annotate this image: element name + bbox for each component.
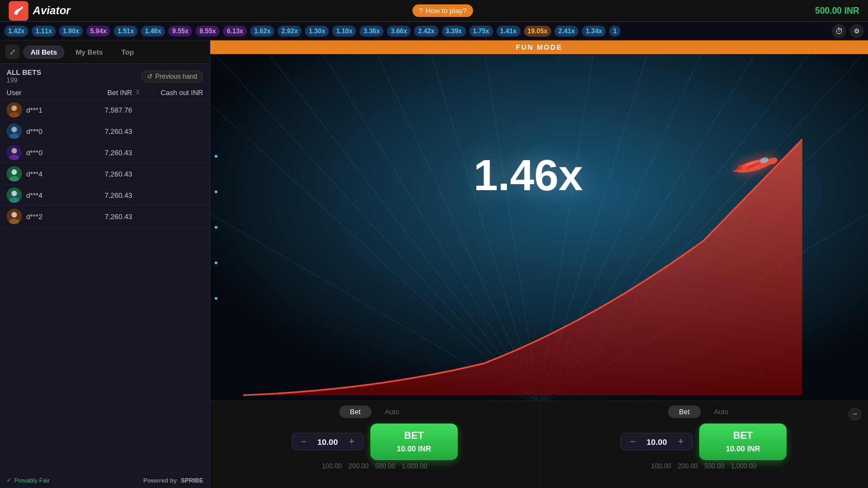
all-bets-header: ALL BETS 199 ↺ Previous hand — [0, 64, 210, 86]
quick-amt-500-1[interactable]: 500.00 — [375, 462, 395, 470]
svg-point-4 — [9, 133, 19, 139]
brand-label: SPRIBE — [181, 477, 203, 484]
sunrays-background — [210, 54, 868, 401]
prev-hand-label: Previous hand — [155, 73, 197, 80]
side-dot — [215, 297, 217, 300]
mult-badge[interactable]: 1.62x — [250, 26, 274, 37]
tab-top[interactable]: Top — [114, 45, 141, 59]
bottom-panel: Bet Auto − 10.00 + BET 10.00 INR 100.00 — [210, 401, 868, 488]
bet-tab-bet-2[interactable]: Bet — [668, 405, 701, 418]
main-content: ⤢ All Bets My Bets Top ALL BETS 199 ↺ Pr… — [0, 40, 868, 488]
mult-badge[interactable]: 1.51x — [114, 26, 138, 37]
bet-btn-amount-1: 10.00 INR — [397, 444, 431, 453]
tab-all-bets[interactable]: All Bets — [23, 45, 64, 59]
prev-hand-button[interactable]: ↺ Previous hand — [141, 70, 203, 83]
bet-section-2: − Bet Auto − 10.00 + BET 10.00 INR — [540, 401, 869, 488]
top-bar: Aviator ? How to play? 500.00 INR — [0, 0, 868, 22]
mult-badge[interactable]: 3.36x — [359, 26, 383, 37]
svg-point-1 — [11, 105, 17, 111]
logo-icon — [13, 5, 25, 17]
bet-btn-label-1: BET — [387, 429, 441, 443]
side-dot — [215, 155, 217, 158]
decrease-amount-btn-2[interactable]: − — [627, 436, 639, 448]
bet-amount-value-1: 10.00 — [314, 437, 341, 446]
side-dot — [215, 191, 217, 193]
col-header-bet: Bet INR — [83, 89, 132, 97]
bet-button-1[interactable]: BET 10.00 INR — [370, 424, 458, 460]
remove-bet-section-btn[interactable]: − — [848, 408, 861, 421]
tab-my-bets[interactable]: My Bets — [68, 45, 110, 59]
col-header-x: X — [132, 89, 143, 97]
mult-badge[interactable]: 1.90x — [59, 26, 83, 37]
quick-amt-200-1[interactable]: 200.00 — [349, 462, 369, 470]
bet-amount: 7,260.43 — [83, 127, 132, 136]
how-to-play-button[interactable]: ? How to play? — [412, 4, 473, 17]
mult-badge[interactable]: 2.42x — [414, 26, 438, 37]
mult-badge[interactable]: 1.11x — [32, 26, 56, 37]
mult-badge[interactable]: 1.75x — [469, 26, 493, 37]
provably-fair: ✓ Provably Fair — [7, 477, 50, 484]
quick-amt-100-1[interactable]: 100.00 — [322, 462, 342, 470]
bet-amount: 7,260.43 — [83, 149, 132, 157]
table-row: d***0 7,260.43 — [0, 121, 210, 142]
mult-badge[interactable]: 3.66x — [387, 26, 411, 37]
history-icon-button[interactable]: ⏱ — [832, 24, 846, 38]
table-row: d***1 7,587.76 — [0, 99, 210, 121]
mult-badge[interactable]: 1.41x — [497, 26, 521, 37]
quick-amt-1000-2[interactable]: 1,000.00 — [731, 462, 757, 470]
mult-badge[interactable]: 3.39x — [442, 26, 466, 37]
quick-amt-1000-1[interactable]: 1,000.00 — [401, 462, 427, 470]
mult-badge[interactable]: 9.55x — [168, 26, 192, 37]
mult-badge[interactable]: 5.94x — [86, 26, 110, 37]
expand-button[interactable]: ⤢ — [5, 45, 20, 59]
side-dot — [215, 262, 217, 264]
mult-badge[interactable]: 1.34x — [582, 26, 606, 37]
mult-badge[interactable]: 19.05x — [524, 26, 552, 37]
bet-amount: 7,260.43 — [83, 213, 132, 221]
bet-button-2[interactable]: BET 10.00 INR — [699, 424, 787, 460]
quick-amt-200-2[interactable]: 200.00 — [678, 462, 698, 470]
powered-by-label: Powered by — [143, 477, 177, 484]
mult-badge[interactable]: 2.92x — [277, 26, 302, 37]
mult-badge[interactable]: 1.30x — [305, 26, 329, 37]
bet-amount: 7,260.43 — [83, 191, 132, 199]
bet-tabs-1: Bet Auto — [339, 405, 410, 418]
svg-point-9 — [11, 191, 17, 196]
side-dot — [215, 226, 217, 229]
bet-amount: 7,260.43 — [83, 170, 132, 178]
col-header-cashout: Cash out INR — [143, 89, 203, 97]
avatar — [7, 124, 22, 139]
amount-control-1: − 10.00 + — [292, 433, 364, 450]
col-header-user: User — [7, 89, 83, 97]
mult-badge[interactable]: 1.10x — [332, 26, 356, 37]
mult-badge[interactable]: 8.55x — [196, 26, 220, 37]
mult-badge[interactable]: 1.42x — [4, 26, 28, 37]
bet-tabs-2: Bet Auto — [668, 405, 739, 418]
bet-tab-bet-1[interactable]: Bet — [339, 405, 372, 418]
username: d***4 — [26, 191, 43, 199]
increase-amount-btn-1[interactable]: + — [346, 436, 358, 448]
current-multiplier: 1.46x — [474, 150, 583, 201]
svg-point-6 — [9, 155, 19, 160]
decrease-amount-btn-1[interactable]: − — [298, 436, 310, 448]
bets-table-header: User Bet INR X Cash out INR — [0, 86, 210, 99]
svg-point-7 — [11, 169, 17, 175]
quick-amt-100-2[interactable]: 100.00 — [651, 462, 671, 470]
table-row: d***4 7,260.43 — [0, 185, 210, 206]
quick-amt-500-2[interactable]: 500.00 — [704, 462, 724, 470]
bet-btn-label-2: BET — [716, 429, 770, 443]
settings-icon-button[interactable]: ⚙ — [849, 24, 864, 38]
bet-tab-auto-1[interactable]: Auto — [374, 405, 410, 418]
table-row: d***2 7,260.43 — [0, 206, 210, 227]
increase-amount-btn-2[interactable]: + — [675, 436, 687, 448]
mult-badge[interactable]: 1 — [609, 26, 621, 37]
tabs-row: ⤢ All Bets My Bets Top — [0, 40, 210, 64]
svg-point-2 — [9, 112, 19, 117]
mult-badge[interactable]: 2.41x — [554, 26, 578, 37]
side-dots — [215, 155, 217, 300]
mult-badge[interactable]: 6.13x — [223, 26, 247, 37]
username: d***2 — [26, 213, 43, 221]
mult-badge[interactable]: 1.46x — [141, 26, 165, 37]
amount-control-2: − 10.00 + — [621, 433, 693, 450]
bet-tab-auto-2[interactable]: Auto — [703, 405, 740, 418]
